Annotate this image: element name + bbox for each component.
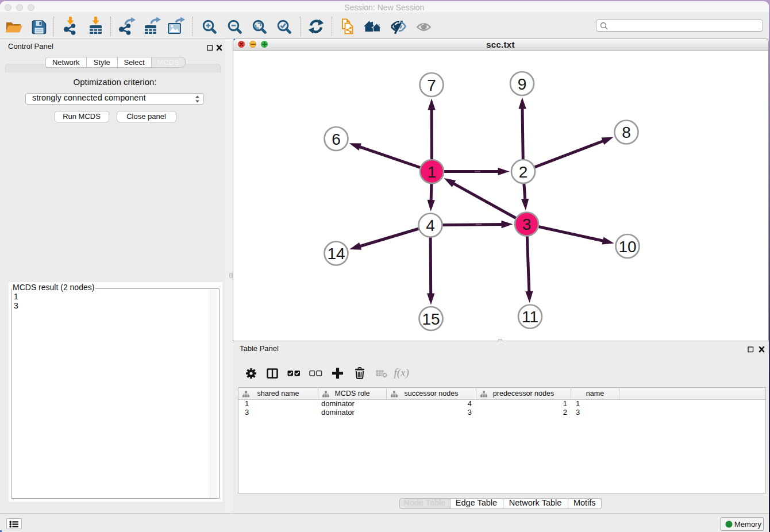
svg-text:11: 11	[521, 308, 538, 326]
svg-text:10: 10	[618, 238, 636, 256]
svg-text:15: 15	[422, 310, 440, 328]
svg-text:9: 9	[517, 75, 526, 93]
svg-text:4: 4	[426, 217, 435, 234]
svg-text:14: 14	[327, 245, 345, 263]
svg-text:8: 8	[622, 124, 631, 141]
svg-text:1: 1	[427, 163, 436, 181]
svg-text:2: 2	[518, 163, 528, 181]
svg-text:6: 6	[332, 130, 341, 148]
svg-text:7: 7	[427, 76, 436, 94]
svg-text:3: 3	[522, 215, 531, 233]
